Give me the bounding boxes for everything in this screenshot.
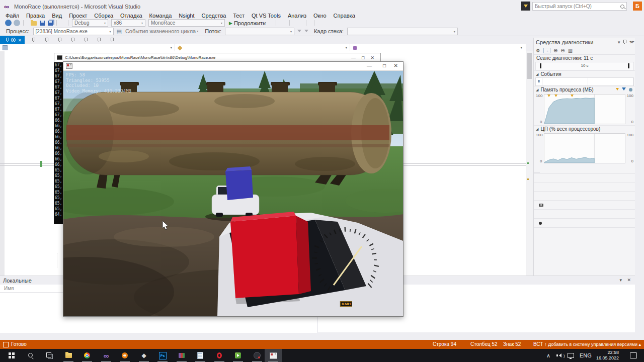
menu-item[interactable]: Средства xyxy=(198,13,230,19)
toolbar-icon[interactable] xyxy=(276,20,276,26)
range-handle-right[interactable] xyxy=(628,63,629,68)
summary-row[interactable] xyxy=(534,192,635,201)
flag-filter-icon[interactable] xyxy=(304,30,308,34)
network-icon[interactable] xyxy=(568,349,574,362)
clock[interactable]: 22:5816.05.2022 xyxy=(596,349,619,362)
tray-expand-icon[interactable]: ∧ xyxy=(546,349,550,362)
menu-item[interactable]: Отладка xyxy=(117,13,145,19)
close-button[interactable]: ✕ xyxy=(370,55,374,60)
chrome-icon[interactable] xyxy=(78,349,96,362)
menu-item[interactable]: Вид xyxy=(48,13,65,19)
pin-icon[interactable] xyxy=(58,38,61,42)
memory-section-header[interactable]: ◢ Память процесса (МБ) xyxy=(534,86,635,93)
task-view-button[interactable] xyxy=(41,349,58,362)
menu-item[interactable]: Окно xyxy=(310,13,330,19)
continue-button[interactable]: ▶ Продолжить ▾ xyxy=(229,20,268,26)
lifecycle-events-button[interactable]: События жизненного цикла xyxy=(125,28,196,34)
open-file-icon[interactable] xyxy=(31,21,37,26)
menu-item[interactable]: Команда xyxy=(146,13,176,19)
tab-garage-cs[interactable] xyxy=(105,36,116,44)
timeline-ruler[interactable]: 10 с xyxy=(535,62,634,70)
monorace-game-window[interactable]: — □ ✕ xyxy=(63,61,404,317)
monorace-window-button[interactable] xyxy=(265,349,282,362)
chevron-down-icon[interactable]: ▾ xyxy=(618,40,620,45)
marker-dot-icon[interactable] xyxy=(629,88,632,92)
menu-item[interactable]: Правка xyxy=(23,13,48,19)
visual-studio-icon[interactable] xyxy=(98,349,115,362)
breadcrumb-class[interactable]: ▾ xyxy=(175,44,350,51)
save-icon[interactable] xyxy=(40,21,45,26)
thread-select[interactable]: ▾ xyxy=(225,28,294,35)
tab-race-cs[interactable] xyxy=(0,36,25,44)
tab-config-cs[interactable] xyxy=(65,36,77,44)
user-avatar[interactable]: Б xyxy=(633,2,642,11)
breadcrumb-project[interactable]: ▾ xyxy=(0,44,175,51)
breadcrumb-method[interactable]: ▾ xyxy=(350,44,525,51)
quick-launch-input[interactable]: Быстрый запуск (Ctrl+Q) xyxy=(532,2,627,11)
toolbar-icon[interactable] xyxy=(314,20,314,26)
start-button[interactable] xyxy=(3,349,20,362)
summary-row[interactable] xyxy=(534,210,635,219)
save-all-icon[interactable] xyxy=(48,21,53,26)
toolbar-icon[interactable] xyxy=(68,20,68,26)
file-explorer-icon[interactable] xyxy=(60,349,77,362)
keep-open-icon[interactable] xyxy=(11,38,16,42)
editor-scrollbar[interactable] xyxy=(526,51,533,276)
blender-icon[interactable] xyxy=(116,349,133,362)
diag-tab-summary[interactable] xyxy=(534,172,540,173)
menu-item[interactable]: Qt VS Tools xyxy=(248,13,284,19)
toolbar-icon[interactable] xyxy=(289,20,290,26)
pin-icon[interactable] xyxy=(97,38,100,42)
snapshot-marker-icon[interactable] xyxy=(622,87,626,93)
tab-prop-cs[interactable] xyxy=(78,36,90,44)
cpu-section-header[interactable]: ◢ ЦП (% всех процессоров) xyxy=(534,125,635,132)
summary-row[interactable] xyxy=(534,183,635,192)
video-app-icon[interactable] xyxy=(229,349,247,362)
pin-icon[interactable] xyxy=(110,38,113,42)
navigate-back-icon[interactable] xyxy=(5,20,12,26)
minimize-button[interactable]: — xyxy=(367,63,372,68)
toolbar-icon[interactable] xyxy=(306,20,306,26)
chart-icon[interactable]: ▥ xyxy=(568,48,573,53)
zoom-in-icon[interactable]: ⊕ xyxy=(553,48,557,53)
tab-scroll-arrows[interactable]: ◂ ▸ xyxy=(629,39,634,44)
summary-row[interactable] xyxy=(534,219,635,228)
volume-icon[interactable]: ) xyxy=(556,349,565,362)
filter-icon[interactable] xyxy=(297,30,301,34)
pin-icon[interactable] xyxy=(84,38,87,42)
menu-item[interactable]: Nsight xyxy=(175,13,198,19)
tab-profile-cs[interactable] xyxy=(26,36,38,44)
settings-gear-icon[interactable]: ⚙ xyxy=(536,48,540,53)
toolbar-icon[interactable] xyxy=(56,20,57,26)
notepad-icon[interactable] xyxy=(192,349,209,362)
toolbar-icon[interactable] xyxy=(23,20,24,26)
summary-row[interactable] xyxy=(534,173,635,183)
navigate-forward-icon[interactable] xyxy=(14,20,20,26)
menu-item[interactable]: Сборка xyxy=(91,13,117,19)
tab-main-cs[interactable] xyxy=(52,36,64,44)
language-indicator[interactable]: ENG xyxy=(580,349,592,362)
pin-icon[interactable] xyxy=(6,38,9,42)
game-viewport[interactable]: FPS: 58Triangles: 53955Occluded: 10Video… xyxy=(63,71,403,316)
menu-item[interactable]: Проект xyxy=(65,13,91,19)
maximize-button[interactable]: □ xyxy=(383,63,386,68)
process-select[interactable]: [23836] MonoRace.exe▾ xyxy=(33,28,114,35)
add-to-source-control-button[interactable]: ↑ Добавить в систему управления версиями… xyxy=(544,340,641,349)
unity-icon[interactable] xyxy=(135,349,152,362)
menu-item[interactable]: Файл xyxy=(2,13,23,19)
summary-row[interactable] xyxy=(534,201,635,210)
startup-project-select[interactable]: MonoRace▾ xyxy=(148,19,225,27)
close-icon[interactable] xyxy=(18,37,22,43)
tab-car-cs[interactable] xyxy=(92,36,103,44)
search-button[interactable] xyxy=(22,349,39,362)
winrar-icon[interactable] xyxy=(173,349,190,362)
window-position-icon[interactable]: ▾ xyxy=(619,278,622,283)
range-handle-left[interactable] xyxy=(540,63,541,68)
pin-icon[interactable] xyxy=(71,38,74,42)
events-section-header[interactable]: ◢ События xyxy=(534,70,635,77)
menu-item[interactable]: Справка xyxy=(330,13,359,19)
gc-filter-icon[interactable] xyxy=(616,88,619,92)
minimize-button[interactable]: — xyxy=(351,55,356,60)
feedback-filter-button[interactable] xyxy=(521,2,530,11)
debug-configuration-select[interactable]: Debug▾ xyxy=(72,19,108,27)
